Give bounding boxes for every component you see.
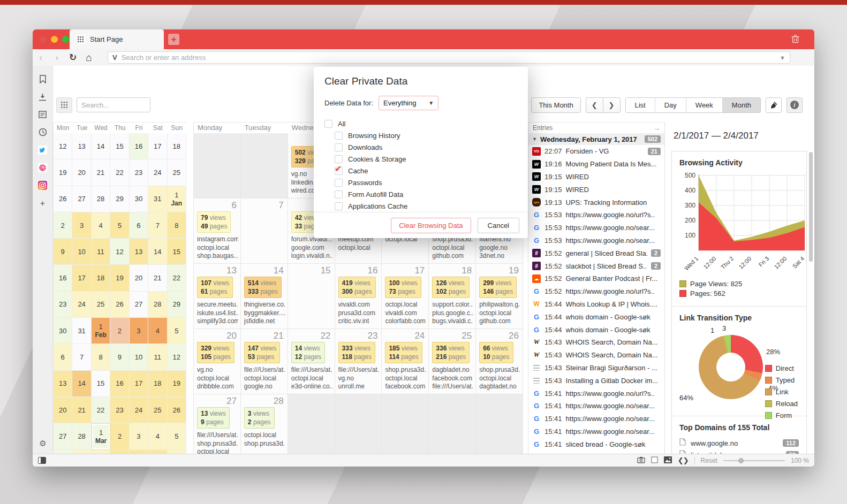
minical-day[interactable]: 28 — [92, 186, 110, 212]
minical-day[interactable]: 9 — [110, 344, 129, 370]
day-stats-badge[interactable]: 329 views105 pages — [197, 342, 235, 363]
page-tiling-icon[interactable] — [651, 456, 658, 465]
minical-day[interactable]: 12 — [168, 450, 186, 454]
zoom-reset-label[interactable]: Reset — [701, 457, 717, 464]
minical-day[interactable]: 11 — [92, 239, 110, 265]
day-domain[interactable]: unroll.me — [338, 383, 380, 391]
day-domain[interactable]: vivaldi.com — [338, 301, 380, 309]
day-stats-badge[interactable]: 419 views300 pages — [338, 277, 376, 298]
tiling-toggle-icon[interactable]: ❮❯ — [678, 456, 689, 464]
minical-day[interactable]: 25 — [148, 397, 167, 423]
minical-day[interactable]: 8 — [168, 212, 186, 239]
day-domain[interactable]: google.no — [479, 244, 520, 253]
checkbox[interactable] — [335, 143, 343, 151]
day-stats-badge[interactable]: 14 views12 pages — [291, 342, 325, 363]
day-domain[interactable]: octopi.local — [197, 244, 238, 253]
day-domain[interactable]: bugs.vivaldi.c... — [432, 317, 473, 326]
minical-day[interactable]: 28 — [148, 292, 167, 318]
minical-day[interactable]: 10 — [72, 239, 91, 265]
entries-date-group[interactable]: ▼ Wednesday, February 1, 2017 502 — [528, 133, 664, 145]
minical-day[interactable]: 14 — [72, 371, 91, 397]
day-domain[interactable]: google.com — [291, 244, 332, 253]
calendar-day-cell[interactable]: 2666 views10 pagesshop.prusa3d...octopi.… — [476, 329, 523, 394]
zoom-slider-knob[interactable] — [738, 458, 744, 463]
calendar-day-cell[interactable]: 17100 views73 pagesoctopi.localvivaldi.c… — [382, 264, 429, 329]
view-tab-list[interactable]: List — [626, 98, 655, 112]
calendar-day-cell[interactable]: 2214 views12 pagesfile:///Users/at...oct… — [288, 329, 335, 394]
minical-day[interactable]: 17 — [72, 265, 91, 291]
day-domain[interactable]: support.color... — [432, 301, 473, 309]
minical-day[interactable]: 21 — [148, 265, 167, 291]
day-domain[interactable]: octopi.local — [385, 301, 426, 309]
delete-range-select[interactable]: Everything ▼ — [379, 96, 438, 110]
minical-day[interactable]: 2 — [54, 212, 72, 239]
minical-day[interactable]: 25 — [168, 159, 186, 186]
history-entry[interactable]: G15:44whois domain - Google-søk — [528, 323, 664, 336]
clear-data-broom-button[interactable] — [766, 97, 782, 113]
minical-day[interactable]: 23 — [130, 159, 148, 186]
history-entry[interactable]: G15:41https://www.google.no/sear... — [528, 400, 664, 413]
day-domain[interactable]: shop.prusa3d... — [244, 440, 285, 448]
day-domain[interactable]: iskute.us4.list... — [197, 309, 238, 318]
minical-day[interactable]: 19 — [54, 159, 72, 186]
calendar-day-cell[interactable]: 283 views2 pagesoctopi.localshop.prusa3d… — [241, 394, 288, 454]
minical-day[interactable]: 19 — [110, 265, 129, 291]
history-icon[interactable] — [38, 127, 48, 137]
day-domain[interactable]: instagram.com — [197, 235, 238, 244]
day-domain[interactable]: octopi.local — [197, 448, 238, 454]
minical-day[interactable]: 14 — [92, 133, 110, 159]
day-domain[interactable]: octopi.local — [197, 375, 238, 383]
day-domain[interactable]: thingiverse.co... — [244, 301, 285, 309]
minical-day[interactable]: 8 — [92, 344, 110, 370]
minical-day[interactable]: 13 — [130, 239, 148, 265]
panel-toggle-icon[interactable] — [38, 457, 46, 464]
checkbox[interactable] — [335, 132, 343, 140]
address-dropdown-caret[interactable]: ▼ — [780, 55, 785, 61]
calendar-day-cell[interactable]: 20329 views105 pagesvg.nooctopi.localdri… — [194, 329, 241, 394]
day-domain[interactable]: shop.baugas... — [197, 252, 238, 261]
day-domain[interactable]: secure.meetu... — [197, 301, 238, 309]
history-entry[interactable]: ☁15:52General Banter Podcast | Fr... — [528, 272, 664, 285]
minical-day[interactable]: 24 — [130, 397, 148, 423]
tab-start-page[interactable]: Start Page — [70, 29, 164, 49]
minical-day[interactable]: 16 — [130, 133, 148, 159]
minical-day[interactable]: 10 — [130, 344, 148, 370]
minical-day[interactable]: 5 — [168, 423, 186, 449]
downloads-icon[interactable] — [38, 92, 48, 102]
checkbox-option-passwords[interactable]: Passwords — [335, 177, 517, 188]
day-domain[interactable]: octopi.local — [338, 244, 380, 253]
history-entry[interactable]: W15:43WHOIS Search, Domain Na... — [528, 349, 664, 362]
day-stats-badge[interactable]: 147 views53 pages — [244, 342, 280, 363]
instagram-panel-icon[interactable] — [38, 180, 48, 190]
history-entry[interactable]: G15:41https://www.google.no/sear... — [528, 413, 664, 425]
day-domain[interactable]: e3d-online.co... — [291, 383, 332, 391]
history-entry[interactable]: G15:41https://www.google.no/url?s.. — [528, 387, 664, 400]
day-domain[interactable]: file:///Users/at... — [244, 366, 285, 375]
minical-day[interactable]: 4 — [92, 212, 110, 239]
home-button[interactable]: ⌂ — [81, 52, 97, 64]
day-stats-badge[interactable]: 185 views114 pages — [385, 342, 422, 363]
checkbox[interactable] — [335, 179, 343, 187]
entries-expand-icon[interactable]: → — [653, 124, 660, 132]
minical-day[interactable]: 26 — [54, 186, 72, 212]
minical-day[interactable]: 20 — [72, 159, 91, 186]
history-entry[interactable]: W19:16Moving Patient Data Is Mes... — [528, 158, 664, 171]
day-domain[interactable]: philipwalton.g... — [479, 301, 520, 309]
close-window-button[interactable] — [40, 36, 47, 43]
minical-day[interactable]: 3 — [72, 212, 91, 239]
checkbox-option-downloads[interactable]: Downloads — [335, 141, 517, 153]
minical-day[interactable]: 9 — [110, 450, 129, 454]
minical-day[interactable]: 9 — [54, 239, 72, 265]
page-actions-image-icon[interactable] — [664, 456, 672, 465]
calendar-day-cell[interactable]: 13107 views61 pagessecure.meetu...iskute… — [194, 264, 241, 329]
calendar-day-cell[interactable]: 15 — [288, 264, 335, 329]
day-domain[interactable]: github.com — [479, 317, 520, 326]
calendar-day-cell[interactable]: 21147 views53 pagesfile:///Users/at...oc… — [241, 329, 288, 394]
minical-day[interactable]: 30 — [130, 186, 148, 212]
day-domain[interactable]: octopi.local — [385, 375, 426, 383]
minical-day[interactable]: 15 — [92, 371, 110, 397]
minical-day[interactable]: 27 — [130, 292, 148, 318]
minical-day[interactable]: 23 — [54, 292, 72, 318]
minical-day[interactable]: 26 — [168, 397, 186, 423]
calendar-day-cell[interactable]: 679 views49 pagesinstagram.comoctopi.loc… — [194, 198, 241, 264]
